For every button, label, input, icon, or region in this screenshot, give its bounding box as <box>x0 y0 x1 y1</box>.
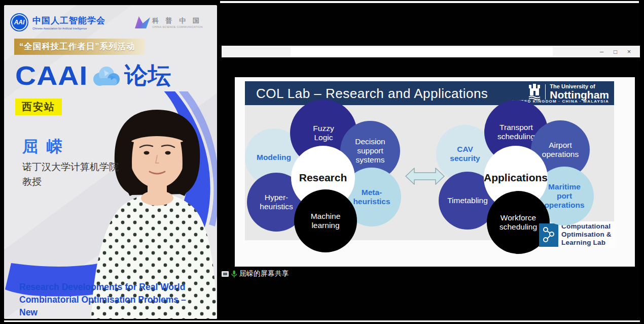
presentation-slide: COL Lab – Research and Applications The … <box>235 77 635 267</box>
speaker-name: 屈 嵘 <box>22 136 64 157</box>
forum-suffix: 论坛 <box>124 60 171 91</box>
caai-name-cn: 中国人工智能学会 <box>32 15 105 26</box>
maximize-button[interactable]: □ <box>609 46 622 57</box>
talk-title-line2: Combinatorial Optimisation Problems – Ne… <box>19 294 194 319</box>
minimize-button[interactable]: – <box>595 46 609 57</box>
speaker-affiliation-line: 诺丁汉大学计算机学院 <box>22 159 119 174</box>
forum-logo: CAAI 论坛 <box>15 59 171 92</box>
university-name: Nottingham <box>550 89 609 100</box>
window-title-area <box>291 47 553 56</box>
close-button[interactable]: × <box>622 46 636 57</box>
swoosh-icon <box>135 16 150 28</box>
logo-divider <box>545 84 546 100</box>
speaker-affiliation: 诺丁汉大学计算机学院 教授 <box>22 159 119 189</box>
csc-name-cn: 科 普 中 国 <box>152 16 203 25</box>
talk-title-line1: Research Developments for Real World <box>19 281 194 294</box>
talk-title: Research Developments for Real World Com… <box>19 281 194 319</box>
speaker-title: 教授 <box>22 174 119 189</box>
col-lab-line3: Learning Lab <box>561 239 612 247</box>
double-arrow-icon <box>405 167 445 186</box>
caai-badge-icon: AAI <box>10 13 28 31</box>
series-banner: “全国科技工作者日”系列活动 <box>14 39 145 55</box>
forum-wordmark: CAAI <box>15 60 88 91</box>
col-lab-line2: Optimisation & <box>561 231 612 239</box>
slide-header: COL Lab – Research and Applications The … <box>245 81 614 105</box>
col-lab-network-icon <box>539 223 558 247</box>
science-communication-logo: 科 普 中 国 CHINA SCIENCE COMMUNICATION <box>135 16 203 28</box>
screen-share-icon <box>222 271 229 277</box>
window-top-edge <box>220 1 639 3</box>
window-controls: – □ × <box>595 46 636 57</box>
screen-share-window: – □ × COL Lab – Research and Application… <box>219 4 640 320</box>
col-lab-logo: Computational Optimisation & Learning La… <box>539 221 616 249</box>
cloud-icon <box>90 64 122 87</box>
castle-icon <box>528 84 541 100</box>
microphone-icon <box>231 270 237 278</box>
caai-name-en: Chinese Association for Artificial Intel… <box>32 27 105 30</box>
share-label: 屈嵘的屏幕共享 <box>239 269 289 278</box>
share-status-bar: 屈嵘的屏幕共享 <box>222 268 289 279</box>
speaker-panel: AAI 中国人工智能学会 Chinese Association for Art… <box>4 5 217 319</box>
caai-association-logo: AAI 中国人工智能学会 Chinese Association for Art… <box>10 13 105 31</box>
bottom-window-edge <box>4 320 640 322</box>
window-titlebar[interactable]: – □ × <box>222 46 640 57</box>
col-lab-text: Computational Optimisation & Learning La… <box>559 221 615 248</box>
slide-title: COL Lab – Research and Applications <box>256 81 488 105</box>
bubble-machine-learning: Machine learning <box>294 189 357 252</box>
csc-name-en: CHINA SCIENCE COMMUNICATION <box>152 25 203 28</box>
university-of-nottingham-logo: The University of Nottingham <box>528 83 609 100</box>
meeting-app-frame: AAI 中国人工智能学会 Chinese Association for Art… <box>0 0 644 324</box>
